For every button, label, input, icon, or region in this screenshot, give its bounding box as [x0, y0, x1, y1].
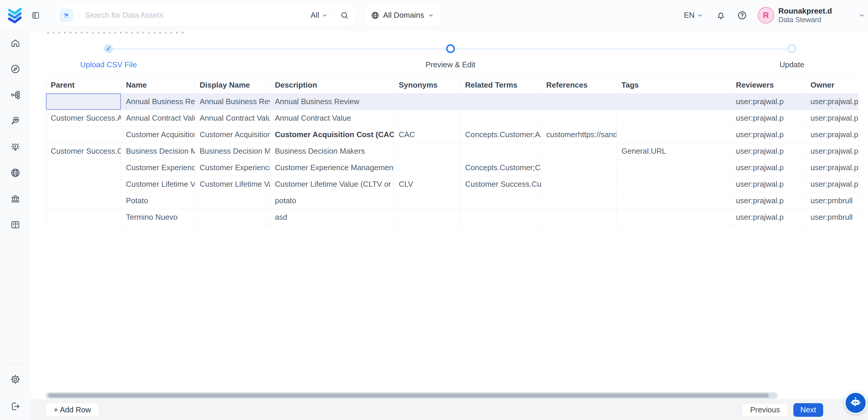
cell-references[interactable] — [541, 209, 617, 226]
sidebar-item-lineage[interactable] — [8, 88, 23, 102]
cell-references[interactable] — [541, 93, 617, 110]
cell-description[interactable]: Annual Business Review — [270, 93, 394, 110]
cell-name[interactable]: Annual Contract Value — [121, 110, 195, 126]
cell-synonyms[interactable]: CAC — [394, 126, 460, 143]
cell-references[interactable] — [541, 176, 617, 192]
sidebar-item-logout[interactable] — [8, 399, 23, 414]
cell-references[interactable] — [541, 110, 617, 126]
cell-description[interactable]: Annual Contract Value — [270, 110, 394, 126]
cell-description[interactable]: potato — [270, 192, 394, 209]
cell-related_terms[interactable]: Customer Success.Cu... — [460, 176, 541, 192]
cell-parent[interactable] — [46, 93, 121, 110]
previous-button[interactable]: Previous — [742, 403, 788, 417]
cell-related_terms[interactable]: Concepts.Customer;A... — [460, 126, 541, 143]
cell-owner[interactable]: user:prajwal.p — [806, 143, 859, 159]
cell-tags[interactable] — [617, 110, 731, 126]
cell-tags[interactable] — [617, 176, 731, 192]
cell-synonyms[interactable] — [394, 143, 460, 159]
cell-display_name[interactable]: Customer Lifetime Val... — [195, 176, 270, 192]
cell-synonyms[interactable] — [394, 192, 460, 209]
chat-assistant-button[interactable] — [844, 392, 867, 414]
cell-description[interactable]: Customer Acquisition Cost (CAC) is a ... — [270, 126, 394, 143]
cell-owner[interactable]: user:prajwal.p — [806, 126, 859, 143]
sidebar-item-settings[interactable] — [8, 372, 23, 386]
cell-owner[interactable]: user:prajwal.p — [806, 159, 859, 176]
search-input[interactable] — [85, 11, 311, 20]
cell-display_name[interactable]: Customer Acquisition ... — [195, 126, 270, 143]
cell-reviewers[interactable]: user:prajwal.p — [731, 192, 806, 209]
search-icon[interactable] — [340, 11, 349, 20]
sidebar-item-home[interactable] — [8, 36, 23, 50]
cell-references[interactable] — [541, 143, 617, 159]
cell-reviewers[interactable]: user:prajwal.p — [731, 209, 806, 226]
notifications-bell-icon[interactable] — [716, 10, 726, 20]
cell-parent[interactable] — [46, 192, 121, 209]
cell-parent[interactable] — [46, 209, 121, 226]
cell-parent[interactable] — [46, 159, 121, 176]
cell-reviewers[interactable]: user:prajwal.p — [731, 159, 806, 176]
cell-tags[interactable] — [617, 192, 731, 209]
cell-tags[interactable]: General.URL — [617, 143, 731, 159]
cell-tags[interactable] — [617, 126, 731, 143]
cell-synonyms[interactable] — [394, 93, 460, 110]
cell-owner[interactable]: user:pmbrull — [806, 209, 859, 226]
cell-synonyms[interactable] — [394, 209, 460, 226]
cell-parent[interactable] — [46, 176, 121, 192]
add-row-button[interactable]: + Add Row — [46, 403, 98, 417]
cell-owner[interactable]: user:prajwal.p — [806, 110, 859, 126]
user-avatar[interactable]: R — [758, 7, 774, 24]
cell-name[interactable]: Potato — [121, 192, 195, 209]
language-selector[interactable]: EN — [684, 11, 704, 20]
cell-related_terms[interactable] — [460, 209, 541, 226]
cell-reviewers[interactable]: user:prajwal.p — [731, 93, 806, 110]
cell-reviewers[interactable]: user:prajwal.p — [731, 143, 806, 159]
cell-description[interactable]: Customer Experience Management — [270, 159, 394, 176]
cell-display_name[interactable]: Business Decision Ma... — [195, 143, 270, 159]
cell-name[interactable]: Business Decision Ma... — [121, 143, 195, 159]
cell-description[interactable]: asd — [270, 209, 394, 226]
cell-synonyms[interactable]: CLV — [394, 176, 460, 192]
cell-parent[interactable] — [46, 126, 121, 143]
all-domains-dropdown[interactable]: All Domains — [365, 4, 440, 27]
cell-display_name[interactable]: Customer Experience ... — [195, 159, 270, 176]
cell-tags[interactable] — [617, 159, 731, 176]
cell-reviewers[interactable]: user:prajwal.p — [731, 126, 806, 143]
cell-description[interactable]: Customer Lifetime Value (CLTV or LTV) i.… — [270, 176, 394, 192]
cell-display_name[interactable] — [195, 192, 270, 209]
cell-related_terms[interactable] — [460, 192, 541, 209]
sidebar-item-domains[interactable] — [8, 166, 23, 180]
cell-name[interactable]: Customer Experience ... — [121, 159, 195, 176]
next-button[interactable]: Next — [794, 403, 823, 417]
sidebar-item-govern[interactable] — [8, 192, 23, 206]
cell-name[interactable]: Annual Business Review — [121, 93, 195, 110]
cell-synonyms[interactable] — [394, 159, 460, 176]
cell-tags[interactable] — [617, 93, 731, 110]
cell-related_terms[interactable]: Concepts.Customer;C... — [460, 159, 541, 176]
horizontal-scrollbar-thumb[interactable] — [48, 393, 769, 398]
cell-references[interactable] — [541, 159, 617, 176]
cell-owner[interactable]: user:prajwal.p — [806, 176, 859, 192]
cell-owner[interactable]: user:pmbrull — [806, 192, 859, 209]
cell-name[interactable]: Termino Nuevo — [121, 209, 195, 226]
cell-related_terms[interactable] — [460, 143, 541, 159]
cell-references[interactable] — [541, 192, 617, 209]
ai-sparkle-icon[interactable] — [60, 9, 73, 22]
panel-toggle-icon[interactable] — [31, 11, 40, 20]
app-logo-layers-icon[interactable] — [6, 6, 24, 25]
cell-reviewers[interactable]: user:prajwal.p — [731, 176, 806, 192]
cell-synonyms[interactable] — [394, 110, 460, 126]
cell-name[interactable]: Customer Acquisition ... — [121, 126, 195, 143]
user-info[interactable]: Rounakpreet.d Data Steward — [778, 6, 832, 24]
cell-display_name[interactable]: Annual Business Revie... — [195, 93, 270, 110]
cell-name[interactable]: Customer Lifetime Value — [121, 176, 195, 192]
sidebar-item-observability[interactable] — [8, 114, 23, 128]
horizontal-scrollbar-track[interactable] — [46, 392, 778, 399]
help-icon[interactable] — [737, 10, 747, 20]
cell-tags[interactable] — [617, 209, 731, 226]
sidebar-item-explore[interactable] — [8, 62, 23, 76]
sidebar-item-glossary[interactable] — [8, 218, 23, 232]
user-menu-chevron-icon[interactable] — [859, 12, 865, 19]
cell-parent[interactable]: Customer Success.An... — [46, 110, 121, 126]
cell-related_terms[interactable] — [460, 110, 541, 126]
cell-display_name[interactable] — [195, 209, 270, 226]
